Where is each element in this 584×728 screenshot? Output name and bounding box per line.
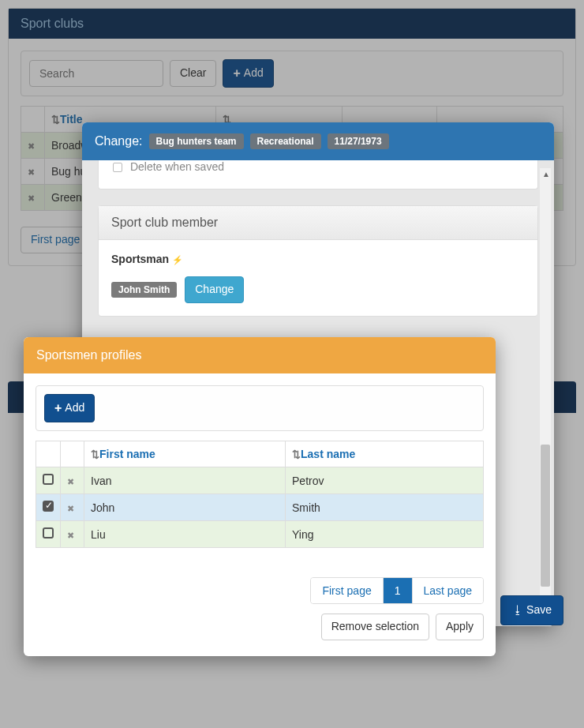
close-icon <box>67 528 74 541</box>
profiles-add-label: Add <box>65 400 84 416</box>
profiles-table: First name Last name Ivan Petrov <box>36 441 484 548</box>
page-1-button[interactable]: 1 <box>384 578 413 603</box>
pagination: First page 1 Last page <box>310 577 484 604</box>
last-page-button[interactable]: Last page <box>413 578 484 603</box>
delete-row-button[interactable] <box>61 467 84 494</box>
change-sportsman-button[interactable]: Change <box>185 276 244 303</box>
profiles-dialog-body: Add First name Last name <box>24 373 496 560</box>
save-button[interactable]: Save <box>500 595 563 625</box>
delete-when-saved-option[interactable]: Delete when saved <box>113 160 523 173</box>
profiles-add-button[interactable]: Add <box>44 394 95 422</box>
save-bar: Save <box>500 595 563 625</box>
sportsman-label: Sportsman <box>111 253 169 265</box>
field-label: Sportsman <box>111 253 525 265</box>
cell-last-name: Petrov <box>286 467 484 494</box>
checkbox-icon <box>113 163 122 172</box>
save-button-label: Save <box>526 602 552 618</box>
change-dialog-header: Change: Bug hunters team Recreational 11… <box>82 122 554 160</box>
col-select <box>36 441 61 467</box>
member-card: Sport club member Sportsman John Smith C… <box>98 205 538 317</box>
select-row-checkbox[interactable] <box>36 467 61 494</box>
profiles-dialog-title: Sportsmen profiles <box>24 337 496 373</box>
col-delete <box>61 441 84 467</box>
table-header-row: First name Last name <box>36 441 484 467</box>
profiles-dialog: Sportsmen profiles Add First name Last n… <box>24 337 496 656</box>
sportsman-value-badge: John Smith <box>111 282 177 298</box>
col-first-name[interactable]: First name <box>84 441 286 467</box>
cell-first-name: John <box>84 494 286 521</box>
badge-type: Recreational <box>250 133 321 149</box>
first-page-button[interactable]: First page <box>311 578 383 603</box>
apply-button[interactable]: Apply <box>436 614 484 640</box>
lightning-icon <box>172 253 183 265</box>
delete-row-button[interactable] <box>61 494 84 521</box>
badge-club: Bug hunters team <box>149 133 244 149</box>
cell-first-name: Liu <box>84 521 286 548</box>
delete-row-button[interactable] <box>61 521 84 548</box>
badge-date: 11/27/1973 <box>328 133 389 149</box>
checkbox-icon <box>43 527 54 538</box>
form-card-top: Delete when saved <box>98 160 538 190</box>
scrollbar-thumb[interactable] <box>541 445 550 587</box>
sort-icon <box>292 448 301 460</box>
table-row[interactable]: Liu Ying <box>36 521 484 548</box>
cell-last-name: Smith <box>286 494 484 521</box>
table-row[interactable]: Ivan Petrov <box>36 467 484 494</box>
delete-when-saved-label: Delete when saved <box>130 160 224 173</box>
change-dialog-title: Change: <box>95 134 143 148</box>
member-card-title: Sport club member <box>99 206 537 240</box>
dialog-footer: Remove selection Apply <box>24 614 496 640</box>
col-first-name-label: First name <box>99 448 155 460</box>
profiles-toolbar: Add <box>36 385 484 431</box>
scroll-up-icon: ▲ <box>542 170 550 178</box>
col-last-name-label: Last name <box>301 448 355 460</box>
select-row-checkbox[interactable] <box>36 494 61 521</box>
pagination-wrap: First page 1 Last page <box>24 560 496 604</box>
cell-first-name: Ivan <box>84 467 286 494</box>
cell-last-name: Ying <box>286 521 484 548</box>
remove-selection-button[interactable]: Remove selection <box>321 614 429 640</box>
member-card-body: Sportsman John Smith Change <box>99 240 537 316</box>
sort-icon <box>91 448 99 460</box>
close-icon <box>67 475 74 487</box>
col-last-name[interactable]: Last name <box>286 441 484 467</box>
checkbox-checked-icon <box>43 501 54 512</box>
close-icon <box>67 501 74 514</box>
scrollbar[interactable]: ▲ ▼ <box>540 168 551 618</box>
save-icon <box>512 602 523 618</box>
select-row-checkbox[interactable] <box>36 521 61 548</box>
checkbox-icon <box>43 474 54 485</box>
table-row[interactable]: John Smith <box>36 494 484 521</box>
plus-icon <box>54 400 62 417</box>
